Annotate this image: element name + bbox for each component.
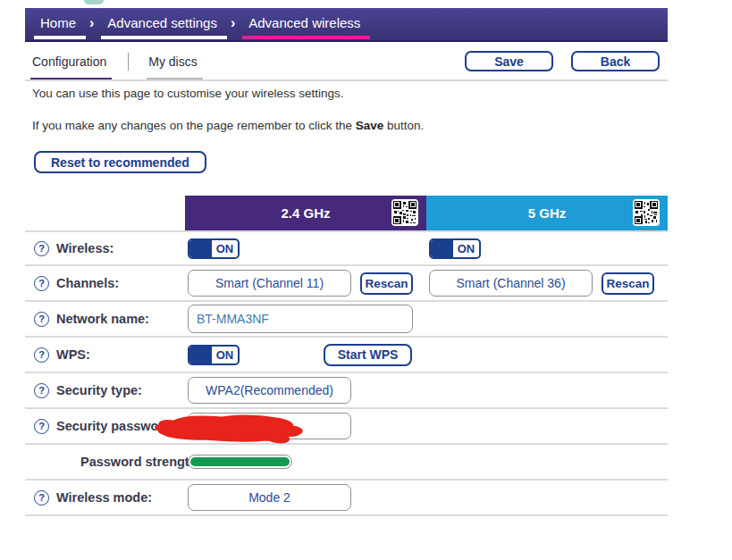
security-type-select[interactable]: WPA2(Recommended): [188, 377, 351, 404]
table-row: ? Wireless mode: Mode 2: [25, 481, 668, 516]
security-password-label: Security password:: [56, 419, 176, 433]
breadcrumb-underline: [34, 36, 86, 39]
breadcrumb-home-label: Home: [40, 15, 76, 30]
table-row: ? WPS: ON Start WPS: [25, 338, 668, 373]
table-row: ? Wireless: ON ON: [25, 230, 668, 266]
help-icon[interactable]: ?: [34, 347, 49, 363]
qr-code-icon[interactable]: [391, 199, 418, 226]
table-row: Password strength:: [25, 445, 668, 481]
toggle-state-label: ON: [212, 240, 238, 257]
table-row: ? Security password:: [25, 409, 668, 445]
help-icon[interactable]: ?: [34, 490, 49, 506]
reset-to-recommended-button[interactable]: Reset to recommended: [34, 151, 206, 173]
band-24ghz-label: 2.4 GHz: [281, 205, 330, 221]
wireless-5ghz-toggle[interactable]: ON: [429, 238, 481, 259]
breadcrumb-advanced-settings[interactable]: Advanced settings: [99, 7, 229, 42]
toggle-knob: [189, 347, 212, 364]
help-icon[interactable]: ?: [34, 312, 49, 327]
wireless-label: Wireless:: [56, 241, 114, 255]
channel-5ghz-select[interactable]: Smart (Channel 36): [429, 270, 593, 297]
tab-divider: [128, 53, 129, 71]
band-5ghz-label: 5 GHz: [528, 205, 567, 221]
tab-bar: Configuration My discs: [25, 48, 206, 80]
wireless-settings-table: 2.4 GHz 5 GHz: [25, 196, 668, 516]
breadcrumb-advanced-wireless[interactable]: Advanced wireless: [240, 7, 372, 42]
breadcrumb-home[interactable]: Home: [32, 7, 88, 42]
security-password-input[interactable]: [188, 413, 351, 439]
save-button[interactable]: Save: [465, 51, 553, 71]
tab-configuration-label: Configuration: [32, 54, 106, 69]
channels-label: Channels:: [56, 276, 119, 290]
start-wps-button[interactable]: Start WPS: [324, 344, 412, 366]
breadcrumb-chevron-icon: ›: [231, 15, 235, 31]
breadcrumb-advanced-wireless-label: Advanced wireless: [248, 15, 360, 30]
security-type-label: Security type:: [56, 383, 142, 397]
qr-code-icon[interactable]: [633, 199, 660, 226]
wps-toggle[interactable]: ON: [188, 345, 240, 365]
tab-my-discs[interactable]: My discs: [141, 47, 206, 81]
help-icon[interactable]: ?: [34, 383, 49, 398]
password-strength-fill: [190, 457, 290, 466]
rescan-24ghz-button[interactable]: Rescan: [360, 272, 413, 295]
toggle-knob: [431, 240, 453, 257]
save-reminder-bold: Save: [356, 119, 384, 132]
table-row: ? Channels: Smart (Channel 11) Rescan Sm…: [25, 266, 668, 302]
help-icon[interactable]: ?: [34, 419, 49, 434]
help-icon[interactable]: ?: [34, 276, 49, 291]
tab-configuration[interactable]: Configuration: [25, 47, 115, 81]
breadcrumb-underline: [101, 36, 227, 39]
intro-text: You can use this page to customise your …: [32, 87, 343, 100]
channel-24ghz-select[interactable]: Smart (Channel 11): [188, 270, 351, 297]
password-strength-label: Password strength:: [80, 455, 201, 469]
save-reminder-prefix: If you make any changes on the page reme…: [32, 119, 356, 132]
breadcrumb-advanced-settings-label: Advanced settings: [107, 15, 217, 30]
logo-fragment: [84, 0, 104, 4]
help-icon[interactable]: ?: [34, 241, 49, 256]
breadcrumb-chevron-icon: ›: [89, 15, 94, 31]
divider: [25, 79, 668, 81]
band-5ghz-header: 5 GHz: [426, 196, 668, 230]
breadcrumb: Home › Advanced settings › Advanced wire…: [25, 8, 668, 42]
network-name-label: Network name:: [56, 312, 149, 326]
wps-label: WPS:: [56, 347, 90, 362]
network-name-input[interactable]: [188, 305, 413, 333]
table-row: ? Network name:: [25, 302, 668, 338]
password-strength-meter: [188, 455, 292, 469]
toggle-state-label: ON: [212, 347, 238, 364]
toggle-state-label: ON: [453, 240, 479, 257]
band-24ghz-header: 2.4 GHz: [185, 196, 426, 230]
save-reminder-suffix: button.: [383, 119, 424, 132]
table-row: ? Security type: WPA2(Recommended): [25, 373, 668, 409]
table-header-spacer: [25, 196, 185, 230]
table-header: 2.4 GHz 5 GHz: [25, 196, 668, 230]
wireless-24ghz-toggle[interactable]: ON: [188, 238, 240, 259]
toggle-knob: [189, 240, 212, 257]
wireless-mode-label: Wireless mode:: [56, 490, 152, 505]
save-reminder-text: If you make any changes on the page reme…: [32, 119, 424, 132]
rescan-5ghz-button[interactable]: Rescan: [602, 272, 654, 295]
back-button[interactable]: Back: [571, 51, 660, 71]
tab-my-discs-label: My discs: [148, 54, 197, 69]
breadcrumb-underline-current: [242, 36, 370, 39]
wireless-mode-select[interactable]: Mode 2: [188, 484, 351, 511]
